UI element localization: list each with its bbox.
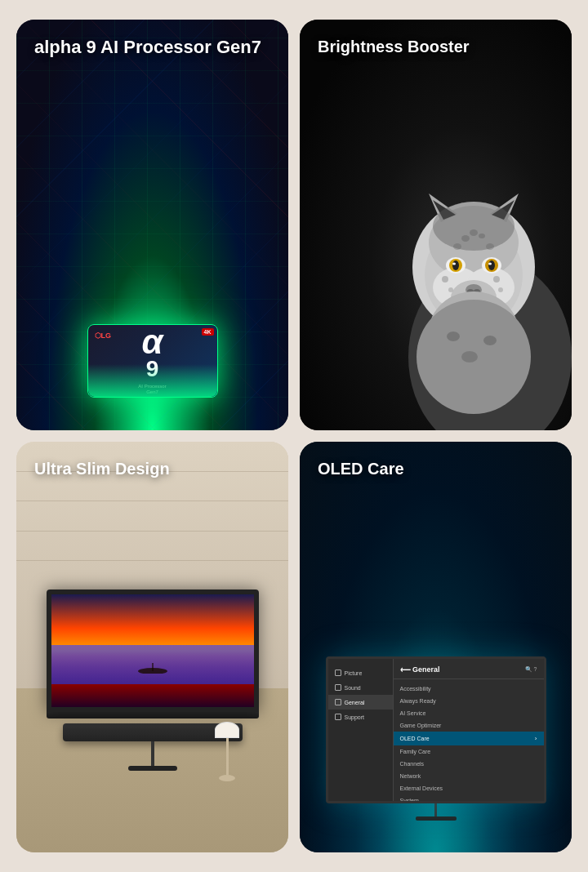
menu-right-header: ⟵ General 🔍 ? [394, 665, 544, 679]
card-oled: Picture Sound General Support [300, 442, 572, 852]
card-title-oled: OLED Care [318, 458, 554, 479]
card-slim: Ultra Slim Design [16, 442, 288, 852]
menu-right-accessibility: Accessibility [394, 683, 544, 695]
svg-point-23 [442, 276, 448, 283]
wall-line-2 [16, 501, 288, 501]
card-title-brightness: Brightness Booster [318, 36, 554, 57]
svg-point-39 [447, 331, 460, 341]
oled-menu: Picture Sound General Support [328, 659, 544, 801]
feature-grid: alpha 9 AI Processor Gen7 ⬡LG 4K α 9 AI … [16, 20, 572, 852]
menu-right-system: System [394, 794, 544, 803]
oled-base [416, 816, 457, 821]
oled-care-label: OLED Care [400, 736, 430, 741]
oled-tv-illustration: Picture Sound General Support [326, 656, 546, 820]
svg-point-42 [433, 202, 514, 251]
tv-base [128, 766, 177, 771]
svg-point-40 [483, 336, 497, 345]
svg-point-41 [461, 351, 478, 363]
lamp-shade [215, 722, 239, 738]
menu-right-oled-care: OLED Care › [394, 732, 544, 745]
menu-right-panel: ⟵ General 🔍 ? Accessibility Always Ready… [394, 659, 544, 801]
svg-point-26 [498, 287, 503, 292]
leopard-svg [359, 161, 572, 430]
general-label: General [345, 700, 365, 705]
picture-label: Picture [345, 670, 363, 676]
menu-right-channels: Channels [394, 758, 544, 770]
support-label: Support [345, 714, 365, 720]
chip-badge: 4K [202, 328, 214, 336]
chip-body: ⬡LG 4K α 9 AI ProcessorGen7 [87, 324, 218, 398]
wall-line-3 [16, 531, 288, 532]
tv-stand [151, 741, 154, 766]
svg-point-24 [448, 287, 453, 292]
menu-item-picture: Picture [328, 665, 393, 680]
lamp-decoration [215, 722, 239, 787]
card-processor: alpha 9 AI Processor Gen7 ⬡LG 4K α 9 AI … [16, 20, 288, 430]
menu-left-panel: Picture Sound General Support [328, 659, 394, 801]
menu-right-external-devices: External Devices [394, 782, 544, 794]
svg-point-17 [488, 263, 492, 265]
menu-item-sound: Sound [328, 680, 393, 695]
menu-right-title: ⟵ General [400, 665, 440, 674]
chip-glow [88, 364, 217, 397]
oled-tv-screen: Picture Sound General Support [326, 656, 546, 803]
lamp-base [219, 775, 235, 781]
lg-logo: ⬡LG [95, 331, 112, 340]
support-icon [335, 714, 341, 720]
card-title-slim: Ultra Slim Design [34, 458, 270, 479]
svg-point-16 [488, 260, 495, 270]
menu-item-general: General [328, 695, 393, 710]
oled-stand [434, 803, 437, 816]
menu-right-game-optimizer: Game Optimizer [394, 719, 544, 732]
sound-label: Sound [345, 685, 361, 691]
menu-search-icon: 🔍 ? [525, 666, 537, 673]
svg-point-25 [493, 276, 500, 283]
menu-right-family-care: Family Care [394, 745, 544, 758]
leopard-illustration [300, 20, 572, 430]
sound-icon [335, 684, 341, 691]
general-icon [335, 699, 341, 705]
tv-display [47, 589, 259, 712]
tv-frame-bottom [47, 712, 259, 719]
svg-point-13 [452, 263, 456, 265]
card-title-processor: alpha 9 AI Processor Gen7 [34, 36, 270, 60]
menu-item-support: Support [328, 710, 393, 724]
card-brightness: Brightness Booster [300, 20, 572, 430]
wall-line-4 [16, 560, 288, 561]
menu-right-network: Network [394, 770, 544, 782]
menu-right-ai-service: AI Service [394, 707, 544, 719]
menu-arrow-icon: › [535, 735, 537, 742]
boat-silhouette [136, 661, 169, 674]
chip-illustration: ⬡LG 4K α 9 AI ProcessorGen7 [79, 300, 226, 398]
chip-alpha-letter: α [138, 327, 166, 358]
svg-point-12 [452, 260, 459, 270]
lamp-stem [226, 738, 229, 775]
picture-icon [335, 670, 341, 676]
menu-right-always-ready: Always Ready [394, 695, 544, 707]
